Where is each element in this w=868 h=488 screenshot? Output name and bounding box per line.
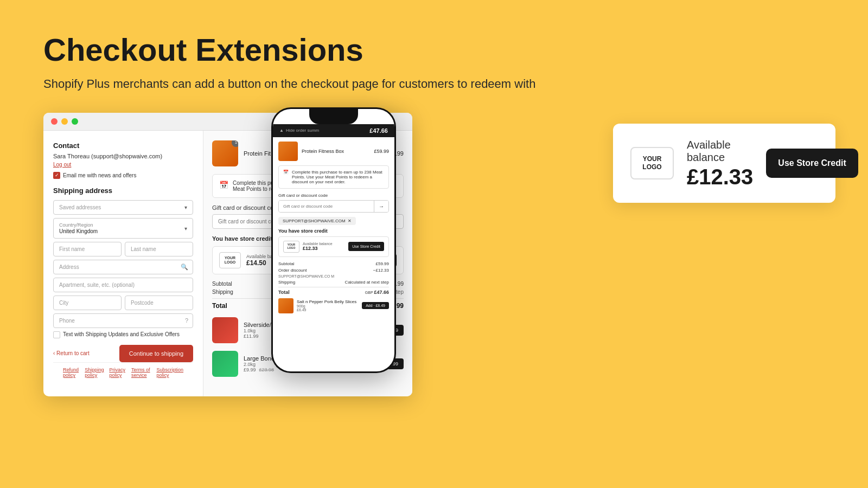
phone-upsell-weight: 900g [297,304,359,308]
phone-banner: 📅 Complete this purchase to earn up to 2… [278,165,389,189]
apartment-field[interactable]: Apartment, suite, etc. (optional) [53,278,193,292]
phone-discount-section: Gift card or discount code → [278,193,389,213]
form-bottom-actions: ‹ Return to cart Continue to shipping [53,345,193,362]
phone-balance-label: Available balance [303,242,345,246]
phone-code-remove[interactable]: ✕ [348,219,352,223]
product-badge: 1 [232,140,238,147]
phone-header-price: £47.66 [369,127,388,134]
city-postcode-row: City Postcode [53,296,193,310]
footer-privacy[interactable]: Privacy policy [109,367,126,378]
phone-discount-code-display: SUPPORT@SHOPWAIVE.CO M [278,274,389,278]
footer-terms[interactable]: Terms of service [131,367,151,378]
last-name-field[interactable]: Last name [125,242,193,256]
phone-total-amount: £47.66 [374,290,389,295]
contact-info: Sara Thoreau (support@shopwaive.com) [53,153,193,159]
upsell-2-price: £9.99 [244,367,256,373]
phone-subtotal-row: Subtotal £59.99 [278,261,389,266]
phone-discount-label: Gift card or discount code [278,193,389,198]
phone-store-credit-card: YOURLOGO Available balance £12.33 Use St… [278,236,389,257]
phone-shipping-label: Shipping [278,280,295,285]
widget-logo-box: YOURLOGO [630,147,674,179]
phone-calendar-icon: 📅 [283,170,289,184]
shipping-heading: Shipping address [53,187,193,195]
phone-code-badge: SUPPORT@SHOPWAIVE.COM ✕ [278,217,356,225]
phone-upsell-image [278,298,293,313]
postcode-field[interactable]: Postcode [125,296,193,310]
phone-field[interactable]: Phone ? [53,313,193,328]
total-label: Total [212,302,227,310]
phone-total-row: Total GBP £47.66 [278,290,389,295]
dot-red [51,118,58,125]
phone-subtotal-value: £59.99 [376,261,389,266]
address-field[interactable]: Address 🔍 [53,260,193,274]
widget-use-store-credit-button[interactable]: Use Store Credit [766,149,858,178]
footer-shipping[interactable]: Shipping policy [85,367,104,378]
phone-hide-summary: ▲ [279,128,284,133]
contact-heading: Contact [53,142,193,150]
city-field[interactable]: City [53,296,122,310]
content-area: Contact Sara Thoreau (support@shopwaive.… [0,102,868,396]
phone-body: Protein Fitness Box £59.99 📅 Complete th… [273,137,394,321]
footer-links: Refund policy Shipping policy Privacy po… [53,362,193,382]
footer-subscription[interactable]: Subscription policy [156,367,183,378]
phone-mockup-wrapper: ▲ Hide order summ £47.66 Protein Fitness… [271,107,396,373]
main-product-image: 1 [212,140,238,166]
phone-store-credit-title: You have store credit [278,228,389,234]
phone-total-label: Total [278,290,290,295]
store-credit-widget: YOURLOGO Available balance £12.33 Use St… [613,124,835,203]
return-to-cart-link[interactable]: ‹ Return to cart [53,350,90,356]
page-header: Checkout Extensions Shopify Plus merchan… [0,0,868,102]
phone-use-credit-button[interactable]: Use Store Credit [348,242,384,251]
phone-shipping-row: Shipping Calculated at next step [278,280,389,285]
phone-header: ▲ Hide order summ £47.66 [273,124,394,137]
widget-amount: £12.33 [687,166,753,188]
phone-upsell-row: Salt n Pepper Pork Belly Slices 900g £6.… [278,298,389,313]
country-field[interactable]: Country/Region United Kingdom ▾ [53,218,193,239]
phone-arrow-button[interactable]: → [374,201,388,212]
calendar-icon: 📅 [219,181,228,189]
phone-upsell-add-button[interactable]: Add · £8.49 [362,302,389,309]
phone-totals: Subtotal £59.99 Order discount −£12.33 S… [278,261,389,295]
phone-discount-input-row: → [278,200,389,213]
address-search-icon: 🔍 [181,264,188,271]
phone-screen: ▲ Hide order summ £47.66 Protein Fitness… [273,109,394,371]
shipping-label: Shipping [212,289,233,295]
widget-info: Available balance £12.33 [687,139,753,188]
phone-upsell-name: Salt n Pepper Pork Belly Slices [297,299,359,304]
continue-shipping-button[interactable]: Continue to shipping [119,345,193,362]
email-checkbox[interactable] [53,172,60,179]
logout-link[interactable]: Log out [53,162,193,168]
checkout-form-panel: Contact Sara Thoreau (support@shopwaive.… [43,131,203,396]
upsell-2-image [212,351,238,377]
phone-subtotal-label: Subtotal [278,261,294,266]
phone-product-row: Protein Fitness Box £59.99 [278,142,389,161]
country-value: United Kingdom [59,228,98,234]
shipping-address-section: Shipping address Saved addresses ▾ Count… [53,187,193,362]
phone-currency: GBP [365,291,374,294]
phone-code-text: SUPPORT@SHOPWAIVE.COM [283,219,346,223]
sms-label: Text with Shipping Updates and Exclusive… [63,331,180,337]
first-name-field[interactable]: First name [53,242,122,256]
footer-refund[interactable]: Refund policy [63,367,79,378]
upsell-1-image [212,317,238,343]
country-label: Country/Region [59,222,187,228]
phone-discount-label: Order discount [278,268,307,273]
email-checkbox-row: Email me with news and offers [53,172,193,179]
name-row: First name Last name [53,242,193,256]
subtotal-label: Subtotal [212,281,232,287]
phone-content: ▲ Hide order summ £47.66 Protein Fitness… [273,124,394,371]
phone-discount-input[interactable] [279,201,374,212]
phone-logo-box: YOURLOGO [283,241,299,253]
phone-upsell-price: £6.49 [297,308,359,312]
phone-discount-value: −£12.33 [373,268,389,273]
country-dropdown-icon: ▾ [184,225,187,231]
phone-header-text: Hide order summ [286,128,319,133]
phone-notch [309,109,358,124]
page-title: Checkout Extensions [43,33,825,67]
phone-header-left: ▲ Hide order summ [279,128,319,133]
saved-addresses-field[interactable]: Saved addresses ▾ [53,200,193,215]
sms-checkbox-row: Text with Shipping Updates and Exclusive… [53,331,193,338]
sms-checkbox[interactable] [53,331,60,338]
phone-order-discount-row: Order discount −£12.33 [278,268,389,273]
phone-product-image [278,142,298,161]
